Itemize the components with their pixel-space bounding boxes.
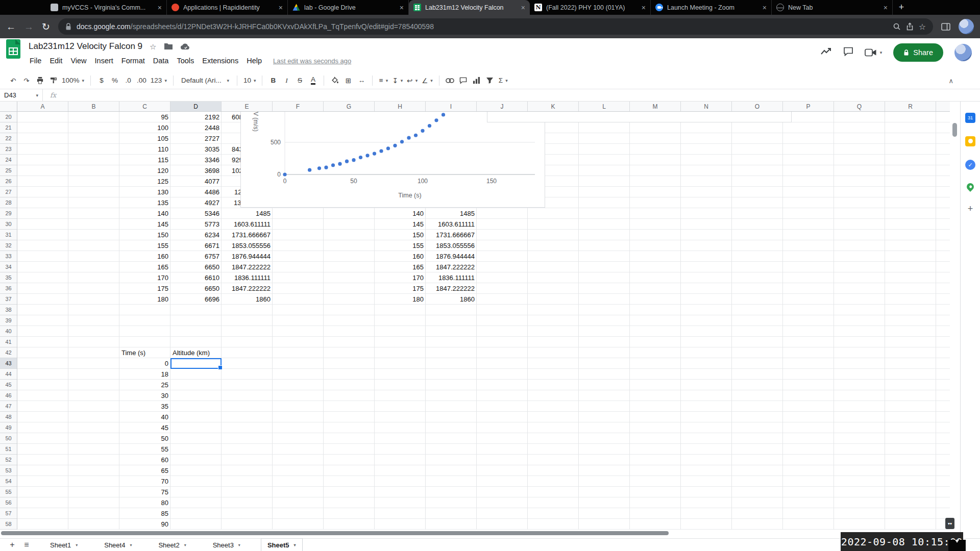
- cell-C47[interactable]: 35: [119, 401, 170, 412]
- column-header-Q[interactable]: Q: [834, 102, 885, 111]
- row-header-29[interactable]: 29: [0, 208, 17, 219]
- vertical-scrollbar[interactable]: [952, 123, 957, 137]
- cell-C44[interactable]: 18: [119, 369, 170, 380]
- sheet-tab-caret-icon[interactable]: ▾: [184, 543, 186, 547]
- all-sheets-button[interactable]: ≡: [19, 540, 34, 549]
- share-button[interactable]: Share: [893, 43, 943, 62]
- menu-data[interactable]: Data: [149, 55, 173, 66]
- cell-E35[interactable]: 1836.111111: [222, 272, 273, 283]
- number-format-button[interactable]: 123▾: [149, 74, 168, 87]
- row-header-36[interactable]: 36: [0, 283, 17, 294]
- row-header-38[interactable]: 38: [0, 305, 17, 315]
- row-header-58[interactable]: 58: [0, 519, 17, 530]
- undo-button[interactable]: ↶: [7, 74, 19, 87]
- cell-I31[interactable]: 1731.666667: [426, 230, 477, 240]
- vertical-align-button[interactable]: ↧▾: [390, 74, 404, 87]
- text-wrap-button[interactable]: ↩▾: [405, 74, 419, 87]
- browser-tab[interactable]: Lab231m12 Velocity Falcon×: [409, 0, 530, 15]
- velocity-chart[interactable]: 0500050100150Time (s) V (m/s): [240, 112, 545, 208]
- row-header-55[interactable]: 55: [0, 487, 17, 497]
- row-header-40[interactable]: 40: [0, 326, 17, 337]
- menu-insert[interactable]: Insert: [91, 55, 117, 66]
- row-header-48[interactable]: 48: [0, 412, 17, 422]
- tasks-icon[interactable]: ✓: [965, 160, 975, 170]
- menu-format[interactable]: Format: [117, 55, 149, 66]
- cell-C22[interactable]: 105: [119, 133, 170, 144]
- cell-C46[interactable]: 30: [119, 390, 170, 401]
- add-addon-icon[interactable]: +: [965, 204, 975, 214]
- browser-avatar[interactable]: [959, 19, 974, 34]
- row-header-49[interactable]: 49: [0, 422, 17, 433]
- cell-E31[interactable]: 1731.666667: [222, 230, 273, 240]
- menu-edit[interactable]: Edit: [45, 55, 66, 66]
- text-color-button[interactable]: A: [307, 74, 319, 87]
- sheet-tab-sheet3[interactable]: Sheet3▾: [207, 539, 247, 551]
- name-box-caret-icon[interactable]: ▾: [36, 93, 38, 98]
- cell-I30[interactable]: 1603.611111: [426, 219, 477, 230]
- cell-C34[interactable]: 165: [119, 262, 170, 272]
- comment-history-icon[interactable]: [843, 47, 853, 58]
- cell-D29[interactable]: 5346: [170, 208, 222, 219]
- column-header-N[interactable]: N: [681, 102, 732, 111]
- insert-comment-button[interactable]: [457, 74, 470, 87]
- row-header-23[interactable]: 23: [0, 144, 17, 155]
- cell-H31[interactable]: 150: [375, 230, 426, 240]
- italic-button[interactable]: I: [280, 74, 292, 87]
- cell-I36[interactable]: 1847.222222: [426, 283, 477, 294]
- redo-button[interactable]: ↷: [20, 74, 33, 87]
- tab-close-icon[interactable]: ×: [763, 4, 767, 12]
- insert-link-button[interactable]: [444, 74, 456, 87]
- row-header-22[interactable]: 22: [0, 133, 17, 144]
- reload-icon[interactable]: ↻: [42, 22, 50, 32]
- row-header-33[interactable]: 33: [0, 251, 17, 262]
- row-header-57[interactable]: 57: [0, 508, 17, 519]
- grid-cells[interactable]: 952192608.888888910024486801052727757.51…: [17, 112, 950, 530]
- column-header-O[interactable]: O: [732, 102, 783, 111]
- cell-C20[interactable]: 95: [119, 112, 170, 122]
- strikethrough-button[interactable]: S: [293, 74, 306, 87]
- fill-handle[interactable]: [218, 365, 223, 370]
- browser-tab[interactable]: lab - Google Drive×: [288, 0, 409, 15]
- cell-E30[interactable]: 1603.611111: [222, 219, 273, 230]
- cell-C56[interactable]: 80: [119, 497, 170, 508]
- sheet-tab-caret-icon[interactable]: ▾: [130, 543, 132, 547]
- sheet-tab-sheet1[interactable]: Sheet1▾: [44, 539, 84, 551]
- cell-C36[interactable]: 175: [119, 283, 170, 294]
- column-header-A[interactable]: A: [17, 102, 68, 111]
- row-header-39[interactable]: 39: [0, 315, 17, 326]
- sheet-tab-caret-icon[interactable]: ▾: [294, 543, 296, 547]
- star-icon[interactable]: ☆: [150, 43, 156, 51]
- cell-D36[interactable]: 6650: [170, 283, 222, 294]
- name-box[interactable]: D43 ▾: [0, 89, 43, 101]
- cell-C54[interactable]: 70: [119, 476, 170, 487]
- column-header-L[interactable]: L: [579, 102, 630, 111]
- column-header-R[interactable]: R: [885, 102, 936, 111]
- row-header-28[interactable]: 28: [0, 197, 17, 208]
- tab-close-icon[interactable]: ×: [400, 4, 404, 12]
- functions-button[interactable]: Σ▾: [497, 74, 509, 87]
- row-header-53[interactable]: 53: [0, 465, 17, 476]
- fill-color-button[interactable]: [329, 74, 341, 87]
- meet-icon[interactable]: ▾: [865, 48, 883, 57]
- tab-close-icon[interactable]: ×: [158, 4, 162, 12]
- cell-E36[interactable]: 1847.222222: [222, 283, 273, 294]
- sheet-tab-sheet4[interactable]: Sheet4▾: [98, 539, 138, 551]
- row-header-26[interactable]: 26: [0, 176, 17, 187]
- cell-C37[interactable]: 180: [119, 294, 170, 305]
- format-currency-button[interactable]: $: [95, 74, 108, 87]
- sheet-tab-sheet5[interactable]: Sheet5▾: [261, 538, 303, 551]
- column-header-K[interactable]: K: [528, 102, 579, 111]
- horizontal-align-button[interactable]: ≡▾: [377, 74, 389, 87]
- maps-icon[interactable]: [965, 182, 975, 192]
- tab-close-icon[interactable]: ×: [642, 4, 646, 12]
- side-panel-icon[interactable]: [941, 23, 950, 31]
- row-header-44[interactable]: 44: [0, 369, 17, 380]
- cell-C30[interactable]: 145: [119, 219, 170, 230]
- sheets-logo-icon[interactable]: [6, 39, 20, 59]
- column-header-B[interactable]: B: [68, 102, 119, 111]
- cell-C26[interactable]: 125: [119, 176, 170, 187]
- column-header-D[interactable]: D: [170, 102, 222, 111]
- tab-close-icon[interactable]: ×: [279, 4, 283, 12]
- column-header-G[interactable]: G: [324, 102, 375, 111]
- cell-D23[interactable]: 3035: [170, 144, 222, 155]
